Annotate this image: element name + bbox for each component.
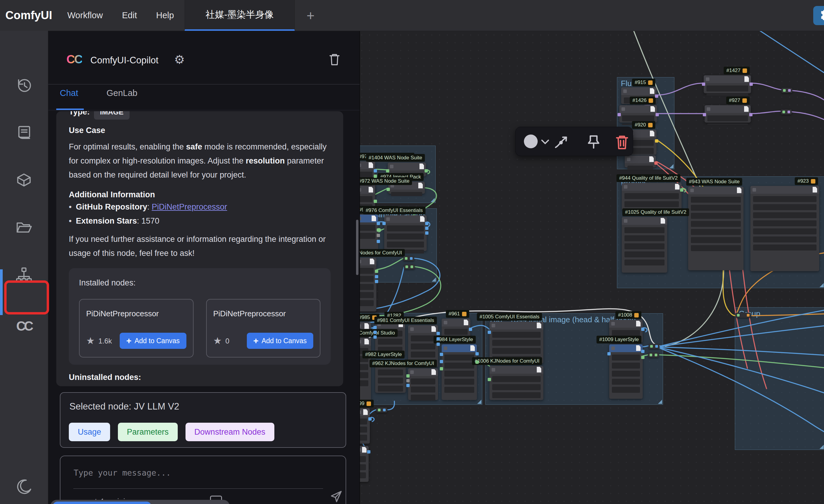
collapse-dot[interactable]	[707, 107, 710, 111]
collapse-dot[interactable]	[706, 78, 709, 81]
chat-scrollbar[interactable]	[356, 220, 358, 275]
wire[interactable]	[751, 111, 780, 114]
wire[interactable]	[760, 31, 824, 73]
node-port[interactable]	[749, 113, 752, 116]
node-port[interactable]	[382, 222, 386, 225]
node-port[interactable]	[436, 337, 440, 341]
clear-chat-icon[interactable]	[328, 52, 340, 68]
node-port[interactable]	[377, 222, 380, 225]
node-port[interactable]	[374, 331, 377, 334]
log-icon[interactable]	[15, 124, 33, 142]
add-to-canvas-button[interactable]: +Add to Canvas	[247, 333, 313, 349]
graph-node[interactable]	[384, 215, 427, 251]
wire[interactable]	[792, 91, 824, 100]
graph-node[interactable]	[704, 75, 751, 93]
node-port[interactable]	[406, 379, 410, 382]
node-color-picker-icon[interactable]	[524, 134, 538, 148]
wire[interactable]	[660, 348, 824, 432]
node-port[interactable]	[406, 384, 410, 387]
reroute-node[interactable]	[735, 313, 751, 318]
send-icon[interactable]	[329, 490, 343, 503]
wire[interactable]	[659, 355, 824, 368]
node-port[interactable]	[680, 188, 683, 192]
reroute-node[interactable]	[649, 344, 659, 349]
reroute-node[interactable]	[781, 109, 792, 115]
graph-node[interactable]	[705, 105, 751, 123]
bottom-toggle-pill[interactable]	[50, 500, 230, 504]
node-port[interactable]	[655, 113, 659, 116]
collapse-dot[interactable]	[386, 217, 390, 221]
graph-node[interactable]	[609, 344, 643, 399]
node-port[interactable]	[488, 331, 491, 334]
tab-genlab[interactable]: GenLab	[107, 88, 137, 98]
wire[interactable]	[751, 83, 781, 90]
node-port[interactable]	[749, 83, 753, 86]
action-chip-parameters[interactable]: Parameters	[118, 423, 178, 441]
wire[interactable]	[751, 314, 824, 316]
collapse-dot[interactable]	[624, 185, 627, 188]
collapse-dot[interactable]	[611, 347, 615, 350]
reroute-node[interactable]	[782, 88, 792, 93]
node-port[interactable]	[440, 367, 443, 370]
node-port[interactable]	[375, 275, 378, 278]
collapse-dot[interactable]	[621, 107, 625, 111]
tab-chat[interactable]: Chat	[60, 88, 78, 98]
folder-icon[interactable]	[15, 219, 33, 237]
node-port[interactable]	[374, 200, 377, 203]
graph-node[interactable]	[625, 155, 656, 167]
collapse-dot[interactable]	[623, 89, 627, 93]
graph-node[interactable]	[442, 344, 477, 400]
collapse-dot[interactable]	[492, 324, 495, 327]
collapse-dot[interactable]	[690, 188, 694, 192]
node-port[interactable]	[476, 352, 479, 355]
node-port[interactable]	[368, 417, 372, 420]
node-port[interactable]	[425, 222, 428, 225]
reroute-node[interactable]	[404, 264, 415, 269]
node-port[interactable]	[702, 83, 705, 86]
node-port[interactable]	[641, 328, 644, 331]
node-port[interactable]	[654, 161, 658, 165]
graph-node[interactable]	[490, 366, 543, 400]
collapse-dot[interactable]	[611, 322, 615, 326]
collapse-dot[interactable]	[410, 327, 414, 331]
action-chip-usage[interactable]: Usage	[69, 423, 110, 441]
node-port[interactable]	[387, 188, 390, 191]
node-port[interactable]	[425, 227, 428, 230]
add-to-canvas-button[interactable]: +Add to Canvas	[120, 333, 186, 349]
node-port[interactable]	[655, 139, 658, 143]
pin-icon[interactable]	[586, 134, 601, 150]
node-port[interactable]	[436, 332, 440, 335]
collapse-dot[interactable]	[390, 165, 394, 168]
node-port[interactable]	[375, 280, 378, 283]
node-port[interactable]	[436, 343, 440, 346]
collapse-dot[interactable]	[444, 347, 447, 350]
node-port[interactable]	[374, 174, 377, 178]
node-port[interactable]	[488, 378, 491, 381]
route-icon[interactable]	[554, 134, 571, 150]
wire[interactable]	[660, 348, 824, 393]
node-port[interactable]	[374, 169, 377, 172]
node-port[interactable]	[469, 328, 472, 331]
node-port[interactable]	[641, 356, 644, 359]
node-port[interactable]	[377, 234, 380, 237]
node-port[interactable]	[618, 113, 621, 116]
collapse-dot[interactable]	[624, 219, 627, 223]
wire[interactable]	[643, 346, 648, 347]
node-port[interactable]	[476, 361, 479, 364]
workflow-tab[interactable]: 社媒-墨染半身像	[185, 0, 295, 31]
collapse-dot[interactable]	[444, 321, 447, 324]
node-port[interactable]	[374, 336, 377, 339]
menu-item-edit[interactable]: Edit	[122, 10, 137, 20]
node-port[interactable]	[425, 231, 428, 235]
trash-icon[interactable]	[615, 134, 629, 150]
graph-node[interactable]	[619, 105, 657, 123]
moon-icon[interactable]	[15, 477, 33, 495]
node-port[interactable]	[703, 113, 706, 116]
node-port[interactable]	[374, 326, 377, 329]
node-port[interactable]	[607, 352, 611, 355]
wire[interactable]	[377, 258, 403, 270]
menu-item-workflow[interactable]: Workflow	[67, 10, 103, 20]
message-composer[interactable]: Type your message... gpt-4o-mini	[60, 456, 346, 504]
node-port[interactable]	[377, 228, 380, 232]
collapse-dot[interactable]	[492, 368, 495, 372]
